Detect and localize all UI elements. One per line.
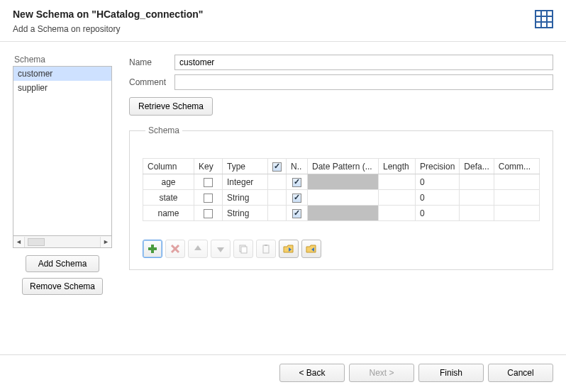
svg-rect-1 [148,247,157,250]
table-header-row: Column Key Type N.. Date Pattern (... Le… [143,159,540,174]
dialog-subtitle: Add a Schema on repository [13,24,553,34]
cell-datepattern[interactable] [308,206,379,221]
schema-grid-icon [535,10,553,28]
cell-default[interactable] [460,174,494,190]
folder-export-icon [306,244,317,254]
add-schema-button[interactable]: Add Schema [26,255,99,272]
schema-grid-legend: Schema [145,125,182,135]
header-checkbox[interactable] [272,162,282,172]
finish-button[interactable]: Finish [418,364,484,382]
cell-precision[interactable]: 0 [416,174,460,190]
svg-rect-9 [265,245,267,246]
retrieve-schema-button[interactable]: Retrieve Schema [129,97,213,116]
svg-marker-12 [306,245,316,252]
cell-blank[interactable] [268,174,287,190]
divider [0,41,566,42]
n-checkbox[interactable] [292,194,301,203]
cell-default[interactable] [460,206,494,221]
col-type[interactable]: Type [223,159,268,174]
cell-datepattern[interactable] [308,190,379,206]
cell-length[interactable] [379,206,416,221]
arrow-up-icon [193,244,203,254]
dialog-header: New Schema on "HCatalog_connection" Add … [0,0,566,41]
schema-list-label: Schema [13,55,112,65]
cell-key[interactable] [194,190,223,206]
x-icon [170,244,180,254]
back-button[interactable]: < Back [279,364,345,382]
cell-blank[interactable] [268,206,287,221]
col-datepattern[interactable]: Date Pattern (... [308,159,379,174]
cell-type[interactable]: String [223,206,268,221]
import-button[interactable] [279,240,299,258]
schema-list[interactable]: customer supplier [13,66,112,236]
schema-table[interactable]: Column Key Type N.. Date Pattern (... Le… [143,158,540,221]
copy-button[interactable] [233,240,253,258]
cell-key[interactable] [194,174,223,190]
table-row[interactable]: ageInteger0 [143,174,540,190]
n-checkbox[interactable] [292,178,301,187]
schema-list-item[interactable]: supplier [13,81,111,95]
cell-precision[interactable]: 0 [416,190,460,206]
delete-row-button[interactable] [165,240,185,258]
col-key[interactable]: Key [194,159,223,174]
key-checkbox[interactable] [204,209,213,218]
name-label: Name [129,57,174,67]
col-check[interactable] [268,159,287,174]
cell-precision[interactable]: 0 [416,206,460,221]
cell-n[interactable] [287,174,308,190]
col-n[interactable]: N.. [287,159,308,174]
cell-length[interactable] [379,174,416,190]
grid-toolbar [143,240,540,258]
col-default[interactable]: Defa... [460,159,494,174]
key-checkbox[interactable] [204,178,213,187]
col-column[interactable]: Column [143,159,194,174]
col-length[interactable]: Length [379,159,416,174]
schema-list-item[interactable]: customer [13,67,111,81]
add-row-button[interactable] [143,240,162,258]
cell-comment[interactable] [494,190,539,206]
horizontal-scrollbar[interactable]: ◄ ► [13,236,112,248]
name-input[interactable] [174,55,553,70]
cell-comment[interactable] [494,206,539,221]
dialog-footer: < Back Next > Finish Cancel [0,354,566,392]
paste-button[interactable] [256,240,276,258]
cell-column[interactable]: state [143,190,194,206]
n-checkbox[interactable] [292,209,301,218]
table-row[interactable]: stateString0 [143,190,540,206]
svg-rect-8 [263,245,269,253]
cell-column[interactable]: name [143,206,194,221]
cell-key[interactable] [194,206,223,221]
cell-n[interactable] [287,206,308,221]
comment-input[interactable] [174,74,553,90]
copy-icon [238,244,248,254]
dialog-title: New Schema on "HCatalog_connection" [13,9,553,20]
svg-rect-7 [241,247,247,253]
svg-marker-10 [284,245,293,252]
col-precision[interactable]: Precision [416,159,460,174]
cell-length[interactable] [379,190,416,206]
key-checkbox[interactable] [204,194,213,203]
svg-marker-5 [217,247,224,252]
scroll-left-icon[interactable]: ◄ [13,237,25,247]
cell-n[interactable] [287,190,308,206]
plus-icon [148,244,157,254]
next-button[interactable]: Next > [349,364,414,382]
cell-comment[interactable] [494,174,539,190]
scroll-thumb[interactable] [28,238,45,246]
scroll-right-icon[interactable]: ► [100,237,111,247]
cell-blank[interactable] [268,190,287,206]
cell-default[interactable] [460,190,494,206]
comment-label: Comment [129,77,174,87]
cell-column[interactable]: age [143,174,194,190]
remove-schema-button[interactable]: Remove Schema [22,278,103,295]
cell-datepattern[interactable] [308,174,379,190]
table-row[interactable]: nameString0 [143,206,540,221]
export-button[interactable] [301,240,321,258]
col-comment[interactable]: Comm... [494,159,539,174]
svg-marker-4 [194,245,201,250]
move-up-button[interactable] [188,240,208,258]
cell-type[interactable]: String [223,190,268,206]
cell-type[interactable]: Integer [223,174,268,190]
move-down-button[interactable] [211,240,231,258]
cancel-button[interactable]: Cancel [488,364,553,382]
